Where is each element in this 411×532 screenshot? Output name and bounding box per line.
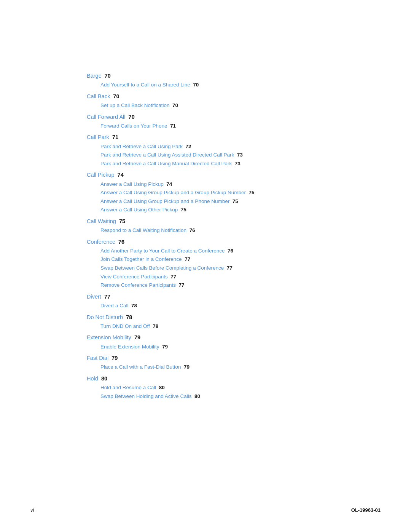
toc-entry-link[interactable]: Park and Retrieve a Call Using Assisted … [100,152,237,158]
toc-entry-link[interactable]: Barge [87,73,105,79]
toc-entry-page: 79 [134,334,140,340]
toc-entry-page: 75 [119,218,125,224]
toc-h1-entry[interactable]: Call Park 71 [87,133,373,142]
toc-entry-page: 76 [228,248,233,254]
toc-entry-page: 80 [101,375,107,382]
toc-h2-entry[interactable]: Enable Extension Mobility 79 [100,343,373,351]
toc-h2-entry[interactable]: Divert a Call 78 [100,302,373,310]
toc-entry-page: 70 [113,93,119,99]
toc-entry-link[interactable]: Join Calls Together in a Conference [100,256,185,262]
toc-h1-entry[interactable]: Do Not Disturb 78 [87,313,373,322]
toc-entry-page: 70 [105,73,111,79]
toc-entry-link[interactable]: Answer a Call Using Group Pickup and a P… [100,198,233,204]
toc-h2-entry[interactable]: Swap Between Holding and Active Calls 80 [100,392,373,401]
toc-entry-link[interactable]: Conference [87,239,118,245]
toc-entry-page: 76 [190,227,195,233]
toc-entry-link[interactable]: Fast Dial [87,355,112,361]
page-footer: vi OL-19963-01 [0,507,411,513]
toc-h1-entry[interactable]: Divert 77 [87,292,373,301]
toc-h2-entry[interactable]: Answer a Call Using Other Pickup 75 [100,206,373,214]
toc-h1-entry[interactable]: Hold 80 [87,374,373,383]
toc-entry-page: 77 [227,265,233,271]
toc-entry-page: 70 [129,114,135,120]
toc-h1-entry[interactable]: Call Forward All 70 [87,113,373,121]
toc-entry-link[interactable]: Divert a Call [100,303,131,308]
toc-h1-entry[interactable]: Call Pickup 74 [87,171,373,179]
toc-entry-link[interactable]: Park and Retrieve a Call Using Manual Di… [100,161,235,166]
toc-entry-link[interactable]: Call Forward All [87,114,129,120]
toc-entry-link[interactable]: Remove Conference Participants [100,282,179,288]
page: Barge 70Add Yourself to a Call on a Shar… [0,0,411,532]
toc-content: Barge 70Add Yourself to a Call on a Shar… [87,72,373,400]
toc-entry-page: 73 [235,161,241,166]
footer-page-number: vi [30,507,34,513]
toc-h2-entry[interactable]: Add Yourself to a Call on a Shared Line … [100,81,373,89]
toc-entry-page: 70 [193,82,199,88]
toc-entry-link[interactable]: Hold and Resume a Call [100,385,159,390]
toc-h2-entry[interactable]: Place a Call with a Fast-Dial Button 79 [100,363,373,371]
toc-entry-link[interactable]: Respond to a Call Waiting Notification [100,227,190,233]
toc-entry-link[interactable]: Answer a Call Using Pickup [100,181,166,187]
toc-entry-page: 79 [184,364,190,370]
toc-entry-link[interactable]: Forward Calls on Your Phone [100,123,170,129]
toc-h2-entry[interactable]: Add Another Party to Your Call to Create… [100,247,373,255]
toc-h2-entry[interactable]: Respond to a Call Waiting Notification 7… [100,226,373,235]
toc-h2-entry[interactable]: Park and Retrieve a Call Using Assisted … [100,151,373,159]
toc-h2-entry[interactable]: Park and Retrieve a Call Using Manual Di… [100,160,373,168]
toc-entry-link[interactable]: Do Not Disturb [87,314,126,320]
toc-entry-link[interactable]: Swap Between Holding and Active Calls [100,393,194,399]
toc-entry-link[interactable]: Answer a Call Using Other Pickup [100,207,181,212]
toc-entry-page: 73 [237,152,243,158]
toc-entry-link[interactable]: Turn DND On and Off [100,323,153,329]
toc-entry-page: 77 [104,294,110,300]
toc-entry-page: 77 [170,274,176,280]
toc-entry-page: 80 [159,385,165,390]
toc-entry-page: 79 [112,355,118,361]
footer-doc-number: OL-19963-01 [351,507,381,513]
toc-h1-entry[interactable]: Conference 76 [87,238,373,246]
toc-h1-entry[interactable]: Extension Mobility 79 [87,333,373,342]
toc-entry-page: 78 [131,303,137,308]
toc-entry-page: 75 [181,207,186,212]
toc-h2-entry[interactable]: Join Calls Together in a Conference 77 [100,255,373,264]
toc-h1-entry[interactable]: Barge 70 [87,72,373,80]
toc-h2-entry[interactable]: Swap Between Calls Before Completing a C… [100,264,373,272]
toc-entry-page: 77 [179,282,185,288]
toc-entry-link[interactable]: Place a Call with a Fast-Dial Button [100,364,184,370]
toc-entry-page: 78 [126,314,132,320]
toc-entry-link[interactable]: Extension Mobility [87,334,134,340]
toc-h2-entry[interactable]: View Conference Participants 77 [100,273,373,281]
toc-h2-entry[interactable]: Answer a Call Using Group Pickup and a P… [100,197,373,206]
toc-entry-link[interactable]: Call Back [87,93,113,99]
toc-h2-entry[interactable]: Hold and Resume a Call 80 [100,383,373,392]
toc-entry-link[interactable]: Swap Between Calls Before Completing a C… [100,265,227,271]
toc-h1-entry[interactable]: Call Back 70 [87,92,373,101]
toc-entry-link[interactable]: Add Yourself to a Call on a Shared Line [100,82,193,88]
toc-entry-page: 78 [153,323,158,329]
toc-entry-link[interactable]: Set up a Call Back Notification [100,102,172,108]
toc-entry-link[interactable]: Call Pickup [87,172,118,178]
toc-entry-link[interactable]: Add Another Party to Your Call to Create… [100,248,228,254]
toc-entry-link[interactable]: View Conference Participants [100,274,170,280]
toc-entry-link[interactable]: Answer a Call Using Group Pickup and a G… [100,190,249,195]
toc-h2-entry[interactable]: Remove Conference Participants 77 [100,281,373,289]
toc-h2-entry[interactable]: Answer a Call Using Group Pickup and a G… [100,189,373,197]
toc-entry-link[interactable]: Hold [87,375,101,382]
toc-h2-entry[interactable]: Turn DND On and Off 78 [100,322,373,331]
toc-entry-page: 71 [112,134,118,140]
toc-entry-page: 71 [170,123,176,129]
toc-h2-entry[interactable]: Forward Calls on Your Phone 71 [100,122,373,130]
toc-h2-entry[interactable]: Park and Retrieve a Call Using Park 72 [100,142,373,151]
toc-entry-page: 79 [162,344,168,350]
toc-entry-link[interactable]: Enable Extension Mobility [100,344,162,350]
toc-h2-entry[interactable]: Set up a Call Back Notification 70 [100,101,373,110]
toc-entry-link[interactable]: Call Park [87,134,112,140]
toc-h2-entry[interactable]: Answer a Call Using Pickup 74 [100,180,373,189]
toc-entry-link[interactable]: Call Waiting [87,218,119,224]
toc-entry-link[interactable]: Park and Retrieve a Call Using Park [100,144,186,149]
toc-entry-page: 70 [172,102,178,108]
toc-entry-page: 74 [166,181,172,187]
toc-entry-link[interactable]: Divert [87,294,104,300]
toc-h1-entry[interactable]: Fast Dial 79 [87,354,373,363]
toc-h1-entry[interactable]: Call Waiting 75 [87,217,373,226]
